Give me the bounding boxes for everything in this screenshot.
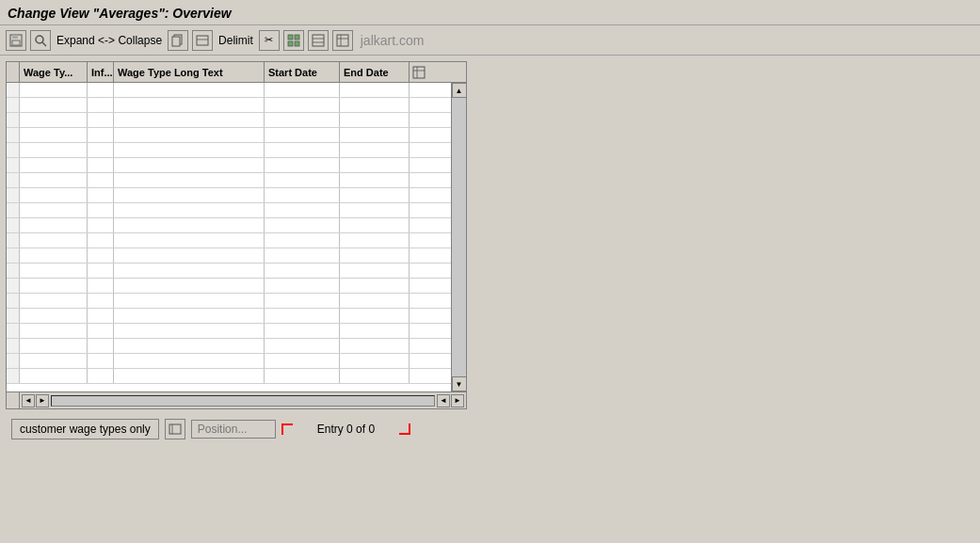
- cell-end-date: [340, 354, 410, 368]
- cell-start-date: [265, 188, 340, 202]
- grid2-button[interactable]: [308, 30, 329, 51]
- cell-start-date: [265, 279, 340, 293]
- svg-rect-2: [12, 40, 20, 45]
- table-row[interactable]: [7, 98, 451, 113]
- cell-start-date: [265, 158, 340, 172]
- h-scroll-bar[interactable]: [51, 395, 435, 407]
- cell-inf: [88, 83, 114, 97]
- table-row[interactable]: [7, 369, 451, 384]
- svg-rect-7: [197, 36, 208, 45]
- entry-start-indicator: [281, 423, 293, 435]
- vertical-scrollbar[interactable]: ▲ ▼: [451, 83, 466, 391]
- cell-wage-type: [20, 354, 88, 368]
- cell-long-text: [114, 324, 265, 338]
- row-indicator: [7, 248, 20, 263]
- row-indicator: [7, 324, 20, 338]
- cell-start-date: [265, 83, 340, 97]
- table-row[interactable]: [7, 218, 451, 233]
- table-row[interactable]: [7, 279, 451, 294]
- table-row[interactable]: [7, 113, 451, 128]
- cell-inf: [88, 324, 114, 338]
- cell-start-date: [265, 354, 340, 368]
- cell-start-date: [265, 218, 340, 232]
- cell-wage-type: [20, 83, 88, 97]
- scissors-button[interactable]: ✂: [259, 30, 280, 51]
- page-title: Change View "Averages": Overview: [8, 6, 232, 21]
- status-bar: customer wage types only Entry 0 of 0: [6, 413, 974, 445]
- watermark-text: jalkart.com: [361, 33, 425, 48]
- cell-long-text: [114, 264, 265, 278]
- h-scroll-prev[interactable]: ◄: [22, 394, 35, 407]
- cell-inf: [88, 339, 114, 353]
- position-input[interactable]: [191, 420, 276, 439]
- table-row[interactable]: [7, 264, 451, 279]
- data-table: Wage Ty... Inf... Wage Type Long Text St…: [6, 61, 467, 409]
- cell-long-text: [114, 354, 265, 368]
- position-icon-button[interactable]: [165, 419, 185, 439]
- cell-wage-type: [20, 143, 88, 157]
- toolbar: Expand <-> Collapse Delimit ✂ jalkart.co…: [0, 25, 980, 56]
- table-row[interactable]: [7, 188, 451, 203]
- table-row[interactable]: [7, 83, 451, 98]
- cell-inf: [88, 158, 114, 172]
- scroll-down-arrow[interactable]: ▼: [452, 376, 467, 391]
- row-indicator: [7, 83, 20, 97]
- customer-wage-types-button[interactable]: customer wage types only: [11, 419, 159, 439]
- table-row[interactable]: [7, 324, 451, 339]
- cell-wage-type: [20, 113, 88, 127]
- save-button[interactable]: [6, 30, 26, 51]
- cell-start-date: [265, 369, 340, 383]
- table-row[interactable]: [7, 128, 451, 143]
- cell-inf: [88, 218, 114, 232]
- cell-start-date: [265, 324, 340, 338]
- cell-wage-type: [20, 264, 88, 278]
- cell-inf: [88, 309, 114, 323]
- cell-end-date: [340, 233, 410, 248]
- svg-rect-22: [169, 424, 181, 434]
- copy1-button[interactable]: [168, 30, 188, 51]
- title-bar: Change View "Averages": Overview: [0, 0, 980, 25]
- h-scroll-next-right[interactable]: ►: [451, 394, 464, 407]
- cell-wage-type: [20, 339, 88, 353]
- table-rows: [7, 83, 451, 391]
- find-button[interactable]: [30, 30, 51, 51]
- h-scroll-prev-right[interactable]: ◄: [437, 394, 450, 407]
- svg-rect-6: [172, 37, 180, 46]
- cell-end-date: [340, 309, 410, 323]
- grid1-button[interactable]: [283, 30, 304, 51]
- table-row[interactable]: [7, 339, 451, 354]
- cell-inf: [88, 143, 114, 157]
- row-indicator: [7, 354, 20, 368]
- table-row[interactable]: [7, 158, 451, 173]
- h-scroll-left-pad: [7, 392, 20, 408]
- table-row[interactable]: [7, 233, 451, 248]
- scroll-up-arrow[interactable]: ▲: [452, 83, 467, 98]
- table-row[interactable]: [7, 354, 451, 369]
- header-row-indicator: [7, 62, 20, 82]
- cell-inf: [88, 188, 114, 202]
- copy2-button[interactable]: [192, 30, 213, 51]
- cell-wage-type: [20, 294, 88, 308]
- cell-end-date: [340, 339, 410, 353]
- table-settings-icon[interactable]: [410, 62, 428, 82]
- cell-wage-type: [20, 309, 88, 323]
- svg-point-3: [36, 36, 43, 43]
- grid3-button[interactable]: [332, 30, 353, 51]
- row-indicator: [7, 294, 20, 308]
- table-row[interactable]: [7, 294, 451, 309]
- cell-end-date: [340, 248, 410, 263]
- h-scroll-next-left[interactable]: ►: [36, 394, 49, 407]
- cell-end-date: [340, 83, 410, 97]
- cell-inf: [88, 173, 114, 187]
- cell-wage-type: [20, 218, 88, 232]
- cell-end-date: [340, 294, 410, 308]
- row-indicator: [7, 158, 20, 172]
- table-row[interactable]: [7, 143, 451, 158]
- table-row[interactable]: [7, 248, 451, 264]
- cell-wage-type: [20, 369, 88, 383]
- table-row[interactable]: [7, 203, 451, 218]
- cell-end-date: [340, 143, 410, 157]
- cell-long-text: [114, 128, 265, 142]
- table-row[interactable]: [7, 173, 451, 188]
- table-row[interactable]: [7, 309, 451, 324]
